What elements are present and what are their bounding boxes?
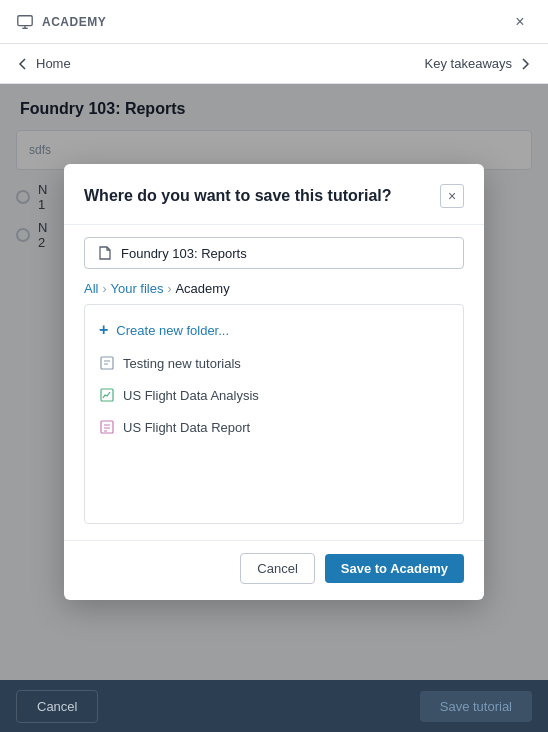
bottom-save-button[interactable]: Save tutorial bbox=[420, 691, 532, 722]
file-icon bbox=[97, 245, 113, 261]
file-list-inner: + Create new folder... Testing new tutor… bbox=[85, 305, 463, 451]
file-name-report: US Flight Data Report bbox=[123, 420, 250, 435]
bottom-bar: Cancel Save tutorial bbox=[0, 680, 548, 732]
list-item[interactable]: US Flight Data Analysis bbox=[85, 379, 463, 411]
modal-overlay: Where do you want to save this tutorial?… bbox=[0, 84, 548, 680]
nav-bar: Home Key takeaways bbox=[0, 44, 548, 84]
content-area: Foundry 103: Reports sdfs N1 N2 Where do… bbox=[0, 84, 548, 680]
modal-save-button[interactable]: Save to Academy bbox=[325, 554, 464, 583]
takeaways-label: Key takeaways bbox=[425, 56, 512, 71]
file-list[interactable]: + Create new folder... Testing new tutor… bbox=[84, 304, 464, 524]
file-name-text: Foundry 103: Reports bbox=[121, 246, 247, 261]
list-item[interactable]: US Flight Data Report bbox=[85, 411, 463, 443]
file-input-row: Foundry 103: Reports bbox=[64, 225, 484, 281]
file-name-analysis: US Flight Data Analysis bbox=[123, 388, 259, 403]
modal-close-button[interactable]: × bbox=[440, 184, 464, 208]
create-folder-label: Create new folder... bbox=[116, 323, 229, 338]
breadcrumb-academy: Academy bbox=[175, 281, 229, 296]
breadcrumb-sep-2: › bbox=[167, 282, 171, 296]
modal-title: Where do you want to save this tutorial? bbox=[84, 187, 392, 205]
breadcrumb-all[interactable]: All bbox=[84, 281, 98, 296]
bottom-cancel-button[interactable]: Cancel bbox=[16, 690, 98, 723]
home-nav[interactable]: Home bbox=[16, 56, 71, 71]
create-folder-row[interactable]: + Create new folder... bbox=[85, 313, 463, 347]
monitor-icon bbox=[16, 13, 34, 31]
svg-rect-0 bbox=[18, 15, 32, 25]
modal-cancel-button[interactable]: Cancel bbox=[240, 553, 314, 584]
window-close-button[interactable]: × bbox=[508, 10, 532, 34]
app-title: ACADEMY bbox=[42, 15, 106, 29]
modal-footer: Cancel Save to Academy bbox=[64, 540, 484, 600]
plus-icon: + bbox=[99, 321, 108, 339]
breadcrumb-your-files[interactable]: Your files bbox=[110, 281, 163, 296]
svg-rect-6 bbox=[101, 389, 113, 401]
save-tutorial-modal: Where do you want to save this tutorial?… bbox=[64, 164, 484, 600]
top-bar: ACADEMY × bbox=[0, 0, 548, 44]
analysis-icon bbox=[99, 387, 115, 403]
file-name-testing: Testing new tutorials bbox=[123, 356, 241, 371]
arrow-left-icon bbox=[16, 57, 30, 71]
takeaways-nav[interactable]: Key takeaways bbox=[425, 56, 532, 71]
file-name-box: Foundry 103: Reports bbox=[84, 237, 464, 269]
modal-header: Where do you want to save this tutorial?… bbox=[64, 164, 484, 225]
app-window: ACADEMY × Home Key takeaways Foundry 103… bbox=[0, 0, 548, 732]
breadcrumb-sep-1: › bbox=[102, 282, 106, 296]
tutorial-icon bbox=[99, 355, 115, 371]
top-bar-brand: ACADEMY bbox=[16, 13, 106, 31]
svg-rect-3 bbox=[101, 357, 113, 369]
arrow-right-icon bbox=[518, 57, 532, 71]
breadcrumb: All › Your files › Academy bbox=[64, 281, 484, 304]
home-label: Home bbox=[36, 56, 71, 71]
report-icon bbox=[99, 419, 115, 435]
list-item[interactable]: Testing new tutorials bbox=[85, 347, 463, 379]
